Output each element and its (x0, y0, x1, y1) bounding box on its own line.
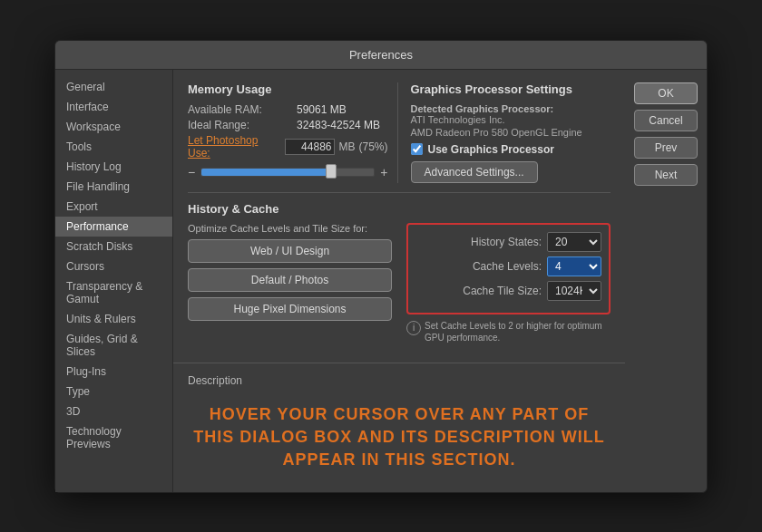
mb-label: MB (338, 140, 355, 153)
ideal-range-row: Ideal Range: 32483-42524 MB (188, 119, 388, 131)
cache-levels-label: Cache Levels: (473, 260, 542, 273)
cache-tile-row: Cache Tile Size: 1024K (415, 281, 601, 301)
available-ram-label: Available RAM: (188, 103, 297, 116)
description-section: Description HOVER YOUR CURSOR OVER ANY P… (173, 363, 625, 492)
sidebar-item-type[interactable]: Type (55, 382, 172, 401)
sidebar-item-guides--grid---slices[interactable]: Guides, Grid & Slices (55, 329, 172, 362)
slider-fill (201, 169, 331, 176)
preferences-dialog: Preferences GeneralInterfaceWorkspaceToo… (54, 40, 708, 493)
available-ram-value: 59061 MB (297, 103, 347, 116)
let-use-input[interactable] (285, 139, 335, 155)
sidebar-item-workspace[interactable]: Workspace (55, 117, 172, 137)
detected-label: Detected Graphics Processor: (411, 103, 611, 114)
slider-row[interactable]: − + (188, 165, 388, 179)
history-cache-section: History & Cache Optimize Cache Levels an… (188, 202, 611, 343)
history-states-row: History States: 20 (415, 232, 601, 252)
sidebar-item-interface[interactable]: Interface (55, 97, 172, 117)
graphics-title: Graphics Processor Settings (411, 82, 611, 96)
cache-levels-select[interactable]: 4 (547, 256, 601, 276)
slider-thumb[interactable] (326, 164, 337, 179)
info-row: i Set Cache Levels to 2 or higher for op… (406, 320, 611, 343)
cache-buttons-col: Optimize Cache Levels and Tile Size for:… (188, 223, 392, 343)
divider-1 (188, 192, 611, 193)
next-button[interactable]: Next (634, 164, 698, 186)
description-body: HOVER YOUR CURSOR OVER ANY PART OF THIS … (188, 394, 611, 481)
sidebar-item-tools[interactable]: Tools (55, 137, 172, 157)
graphics-section: Graphics Processor Settings Detected Gra… (397, 82, 611, 183)
gpu-line2: AMD Radeon Pro 580 OpenGL Engine (411, 127, 611, 138)
prev-button[interactable]: Prev (634, 137, 698, 159)
info-text: Set Cache Levels to 2 or higher for opti… (425, 320, 611, 343)
sidebar-item-plug-ins[interactable]: Plug-Ins (55, 362, 172, 382)
sidebar-item-transparency---gamut[interactable]: Transparency & Gamut (55, 276, 172, 309)
memory-slider[interactable] (200, 168, 375, 177)
use-gpu-checkbox[interactable] (411, 143, 423, 155)
title-bar: Preferences (55, 41, 707, 70)
ideal-range-value: 32483-42524 MB (297, 119, 380, 131)
sidebar-item-scratch-disks[interactable]: Scratch Disks (55, 237, 172, 256)
sidebar-item-technology-previews[interactable]: Technology Previews (55, 421, 172, 454)
history-states-col: History States: 20 Cache Levels: 4 (406, 223, 611, 343)
sidebar-item--d[interactable]: 3D (55, 401, 172, 421)
gpu-line1: ATI Technologies Inc. (411, 114, 611, 125)
sidebar-item-file-handling[interactable]: File Handling (55, 177, 172, 197)
sidebar-item-units---rulers[interactable]: Units & Rulers (55, 309, 172, 329)
top-section: Memory Usage Available RAM: 59061 MB Ide… (188, 82, 611, 183)
dialog-body: GeneralInterfaceWorkspaceToolsHistory Lo… (55, 70, 707, 492)
history-states-select[interactable]: 20 (547, 232, 601, 252)
sidebar: GeneralInterfaceWorkspaceToolsHistory Lo… (55, 70, 173, 492)
ideal-range-label: Ideal Range: (188, 119, 297, 131)
available-ram-row: Available RAM: 59061 MB (188, 103, 388, 116)
use-gpu-row[interactable]: Use Graphics Processor (411, 143, 611, 156)
use-gpu-label: Use Graphics Processor (428, 143, 554, 156)
cancel-button[interactable]: Cancel (634, 110, 698, 131)
default-photos-button[interactable]: Default / Photos (188, 268, 392, 292)
ok-button[interactable]: OK (634, 82, 698, 104)
main-content: Memory Usage Available RAM: 59061 MB Ide… (173, 70, 625, 363)
cache-levels-row: Cache Levels: 4 (415, 256, 601, 276)
sidebar-item-history-log[interactable]: History Log (55, 157, 172, 177)
optimize-label: Optimize Cache Levels and Tile Size for: (188, 223, 392, 234)
cache-tile-select[interactable]: 1024K (547, 281, 601, 301)
info-icon: i (406, 321, 421, 335)
slider-minus-icon[interactable]: − (188, 165, 195, 179)
let-use-label: Let Photoshop Use: (188, 134, 281, 160)
highlighted-settings-box: History States: 20 Cache Levels: 4 (406, 223, 611, 314)
percent-label: (75%) (358, 140, 387, 153)
right-panel: OK Cancel Prev Next (625, 70, 707, 492)
sidebar-item-performance[interactable]: Performance (55, 217, 172, 237)
huge-pixel-button[interactable]: Huge Pixel Dimensions (188, 297, 392, 321)
dialog-title: Preferences (349, 48, 413, 62)
history-states-label: History States: (471, 236, 542, 248)
history-cache-title: History & Cache (188, 202, 611, 216)
let-use-row: Let Photoshop Use: MB (75%) (188, 134, 388, 160)
slider-plus-icon[interactable]: + (380, 165, 387, 179)
sidebar-item-export[interactable]: Export (55, 197, 172, 217)
sidebar-item-cursors[interactable]: Cursors (55, 256, 172, 276)
two-col: Optimize Cache Levels and Tile Size for:… (188, 223, 611, 343)
web-ui-button[interactable]: Web / UI Design (188, 239, 392, 263)
cache-tile-label: Cache Tile Size: (463, 285, 542, 297)
description-title: Description (188, 374, 611, 387)
advanced-settings-button[interactable]: Advanced Settings... (411, 161, 538, 183)
memory-section: Memory Usage Available RAM: 59061 MB Ide… (188, 82, 397, 183)
sidebar-item-general[interactable]: General (55, 77, 172, 97)
memory-title: Memory Usage (188, 82, 388, 96)
